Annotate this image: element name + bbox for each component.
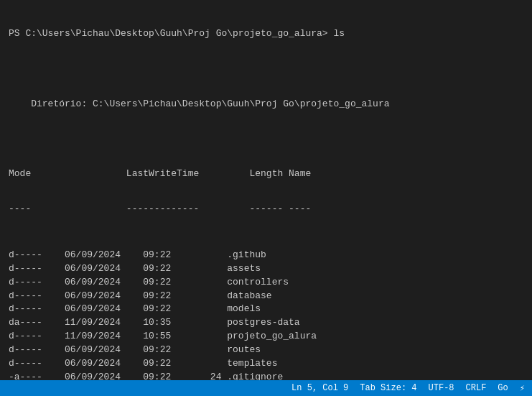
table-row: d----- 11/09/2024 10:55 projeto_go_alura (9, 330, 523, 344)
table-row: d----- 06/09/2024 09:22 database (9, 290, 523, 303)
status-bar: Ln 5, Col 9 Tab Size: 4 UTF-8 CRLF Go ⚡ (0, 380, 532, 396)
table-row: d----- 06/09/2024 09:22 .github (9, 249, 523, 262)
table-row: d----- 06/09/2024 09:22 assets (9, 262, 523, 276)
lightning-icon[interactable]: ⚡ (520, 383, 525, 394)
directory-header: Diretório: C:\Users\Pichau\Desktop\Guuh\… (9, 98, 523, 111)
table-row: da---- 11/09/2024 10:35 postgres-data (9, 316, 523, 330)
prompt-line-1: PS C:\Users\Pichau\Desktop\Guuh\Proj Go\… (9, 27, 523, 41)
tab-size: Tab Size: 4 (360, 383, 416, 393)
terminal-output: PS C:\Users\Pichau\Desktop\Guuh\Proj Go\… (0, 0, 532, 380)
table-row: d----- 06/09/2024 09:22 templates (9, 357, 523, 371)
language: Go (498, 383, 508, 393)
encoding: UTF-8 (429, 383, 454, 393)
column-dashes: ---- ------------- ------ ---- (9, 203, 523, 216)
table-row: d----- 06/09/2024 09:22 controllers (9, 276, 523, 290)
blank-line-2 (9, 133, 523, 147)
cursor-position: Ln 5, Col 9 (291, 383, 348, 393)
line-ending: CRLF (466, 383, 487, 393)
table-row: d----- 06/09/2024 09:22 routes (9, 344, 523, 357)
table-row: -a---- 06/09/2024 09:22 24 .gitignore (9, 371, 523, 380)
table-row: d----- 06/09/2024 09:22 models (9, 303, 523, 316)
column-headers: Mode LastWriteTime Length Name (9, 167, 523, 181)
blank-line-1 (9, 63, 523, 76)
